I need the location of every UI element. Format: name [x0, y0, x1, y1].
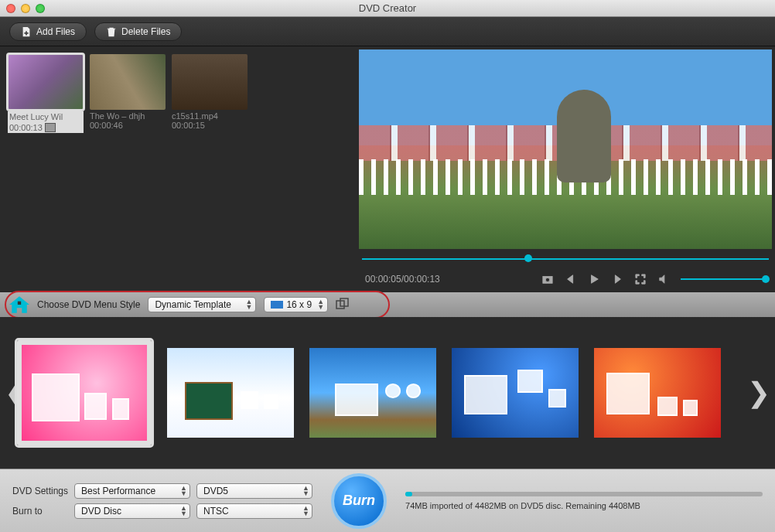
clip-duration: 00:00:46	[90, 121, 166, 130]
template-carousel: ❮ ❯	[0, 317, 775, 469]
disc-type-select[interactable]: DVD5▲▼	[196, 483, 312, 499]
video-preview[interactable]	[359, 49, 772, 249]
capacity-status: 74MB imported of 4482MB on DVD5 disc. Re…	[405, 501, 763, 510]
add-files-button[interactable]: Add Files	[9, 22, 87, 41]
window-title: DVD Creator	[0, 2, 775, 14]
dvd-settings-label: DVD Settings	[12, 486, 68, 496]
clip-thumbnail	[172, 54, 248, 110]
menu-style-bar: Choose DVD Menu Style Dynamic Template ▲…	[0, 292, 775, 317]
tv-standard-select[interactable]: NTSC▲▼	[196, 503, 312, 519]
delete-files-label: Delete Files	[121, 26, 170, 37]
add-files-label: Add Files	[36, 26, 75, 37]
bottom-bar: DVD Settings Best Performance▲▼ DVD5▲▼ B…	[0, 469, 775, 532]
time-display: 00:00:05/00:00:13	[365, 274, 440, 285]
clip-duration: 00:00:15	[172, 121, 248, 130]
clip-thumbnail	[90, 54, 166, 110]
clip-thumbnail	[8, 54, 84, 110]
chevron-updown-icon: ▲▼	[245, 299, 252, 310]
burn-target-select[interactable]: DVD Disc▲▼	[74, 503, 190, 519]
delete-files-button[interactable]: Delete Files	[94, 22, 182, 41]
chevron-updown-icon: ▲▼	[317, 299, 324, 310]
template-thumb[interactable]	[452, 348, 579, 438]
prev-frame-icon[interactable]	[565, 273, 577, 285]
clip-item[interactable]: c15s11.mp4 00:00:15	[172, 54, 248, 130]
template-thumb[interactable]	[17, 340, 152, 445]
clip-item[interactable]: The Wo – dhjh 00:00:46	[90, 54, 166, 130]
burn-button[interactable]: Burn	[331, 473, 387, 529]
chevron-updown-icon: ▲▼	[302, 486, 309, 496]
clip-duration: 00:00:13	[8, 122, 84, 133]
mute-icon[interactable]	[657, 273, 670, 285]
snapshot-icon[interactable]	[541, 273, 554, 285]
svg-rect-2	[18, 302, 21, 305]
svg-rect-3	[271, 301, 283, 309]
menu-style-label: Choose DVD Menu Style	[37, 299, 140, 310]
carousel-next-icon[interactable]: ❯	[747, 377, 770, 409]
scrubber[interactable]	[362, 252, 769, 266]
clip-name: Meet Lucy Wil	[8, 111, 84, 122]
clip-item[interactable]: Meet Lucy Wil 00:00:13	[8, 54, 84, 133]
chevron-updown-icon: ▲▼	[180, 486, 187, 496]
play-icon[interactable]	[588, 273, 600, 285]
fullscreen-icon[interactable]	[634, 273, 647, 285]
expand-icon[interactable]	[336, 298, 350, 312]
toolbar: Add Files Delete Files	[0, 17, 775, 46]
aspect-select[interactable]: 16 x 9 ▲▼	[264, 297, 328, 312]
export-icon[interactable]	[45, 123, 56, 132]
template-thumb[interactable]	[309, 348, 436, 438]
template-select[interactable]: Dynamic Template ▲▼	[148, 297, 256, 312]
clip-name: The Wo – dhjh	[90, 111, 166, 121]
svg-point-1	[545, 278, 549, 281]
home-icon[interactable]	[9, 296, 29, 313]
volume-slider[interactable]	[681, 278, 766, 280]
burn-to-label: Burn to	[12, 506, 68, 517]
chevron-updown-icon: ▲▼	[180, 506, 187, 517]
capacity-bar	[405, 492, 763, 496]
add-files-icon	[21, 26, 32, 37]
template-thumb[interactable]	[594, 348, 721, 438]
next-frame-icon[interactable]	[611, 273, 623, 285]
template-thumb[interactable]	[167, 348, 294, 438]
screen-icon	[271, 301, 283, 309]
titlebar: DVD Creator	[0, 0, 775, 17]
file-list: Meet Lucy Wil 00:00:13 The Wo – dhjh 00:…	[0, 46, 356, 292]
trash-icon	[106, 26, 117, 37]
preview-pane: 00:00:05/00:00:13	[356, 46, 775, 292]
clip-name: c15s11.mp4	[172, 111, 248, 121]
player-controls: 00:00:05/00:00:13	[356, 266, 775, 292]
performance-select[interactable]: Best Performance▲▼	[74, 483, 190, 499]
chevron-updown-icon: ▲▼	[302, 506, 309, 517]
